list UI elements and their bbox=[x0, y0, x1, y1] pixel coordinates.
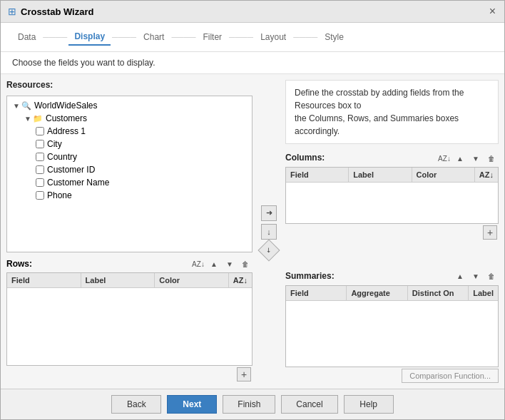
checkbox-city[interactable] bbox=[36, 140, 44, 148]
tree-field-address1[interactable]: Address 1 bbox=[7, 125, 252, 138]
step-style-label[interactable]: Style bbox=[319, 29, 350, 45]
tree-toggle-root: ▼ bbox=[13, 102, 21, 110]
checkbox-customerid[interactable] bbox=[36, 165, 44, 174]
finish-button[interactable]: Finish bbox=[223, 395, 275, 414]
columns-delete-btn[interactable]: 🗑 bbox=[484, 151, 499, 165]
summaries-delete-btn[interactable]: 🗑 bbox=[484, 270, 499, 284]
tree-customers[interactable]: ▼ 📁 Customers bbox=[7, 112, 252, 125]
divider-2: ──── bbox=[112, 32, 136, 42]
info-box: Define the crosstab by adding fields fro… bbox=[285, 80, 499, 144]
summaries-grid: Field Aggregate Distinct On Label bbox=[285, 285, 499, 368]
checkbox-customername[interactable] bbox=[36, 178, 44, 187]
resources-label: Resources: bbox=[6, 80, 252, 90]
comparison-function-button[interactable]: Comparison Function... bbox=[402, 369, 499, 383]
dialog-title: Crosstab Wizard bbox=[21, 6, 93, 17]
columns-down-btn[interactable]: ▼ bbox=[469, 151, 483, 165]
tree-root-label: WorldWideSales bbox=[34, 101, 97, 111]
divider-4: ──── bbox=[229, 32, 253, 42]
rows-section: Rows: AZ↓ ▲ ▼ 🗑 Field Label Color AZ↓ bbox=[6, 257, 252, 383]
step-layout: Layout bbox=[255, 29, 292, 45]
rows-down-btn[interactable]: ▼ bbox=[223, 257, 237, 271]
columns-col-field: Field bbox=[286, 168, 349, 182]
step-display: Display bbox=[68, 29, 111, 46]
rows-col-field: Field bbox=[7, 273, 81, 287]
summaries-icon-btns: ▲ ▼ 🗑 bbox=[453, 270, 499, 284]
title-bar: ⊞ Crosstab Wizard × bbox=[1, 1, 504, 23]
tree-field-customername[interactable]: Customer Name bbox=[7, 176, 252, 189]
help-button[interactable]: Help bbox=[344, 395, 394, 414]
columns-icon-btns: AZ↓ ▲ ▼ 🗑 bbox=[437, 151, 499, 165]
footer: Back Next Finish Cancel Help bbox=[1, 389, 504, 419]
summaries-header: Summaries: ▲ ▼ 🗑 bbox=[285, 270, 499, 284]
rows-up-btn[interactable]: ▲ bbox=[207, 257, 221, 271]
rows-add-button[interactable]: + bbox=[237, 367, 251, 381]
rows-sort-btn[interactable]: AZ↓ bbox=[191, 257, 205, 271]
folder-icon: 📁 bbox=[33, 114, 43, 123]
columns-col-color: Color bbox=[412, 168, 475, 182]
summaries-col-distincton: Distinct On bbox=[408, 286, 469, 300]
columns-grid-header: Field Label Color AZ↓ bbox=[286, 168, 498, 183]
resources-tree: ▼ 🔍 WorldWideSales ▼ 📁 Customers Address… bbox=[7, 96, 252, 252]
rows-grid: Field Label Color AZ↓ bbox=[6, 272, 252, 366]
next-button[interactable]: Next bbox=[167, 395, 217, 414]
wizard-steps: Data ──── Display ──── Chart ──── Filter… bbox=[1, 23, 504, 52]
tree-field-country[interactable]: Country bbox=[7, 150, 252, 163]
tree-field-city[interactable]: City bbox=[7, 138, 252, 150]
subtitle: Choose the fields you want to display. bbox=[1, 52, 504, 74]
columns-grid-body bbox=[286, 183, 498, 223]
close-button[interactable]: × bbox=[488, 5, 497, 18]
rows-delete-btn[interactable]: 🗑 bbox=[238, 257, 252, 271]
columns-col-label: Label bbox=[349, 168, 412, 182]
tree-root[interactable]: ▼ 🔍 WorldWideSales bbox=[7, 99, 252, 112]
field-address1-label: Address 1 bbox=[47, 126, 86, 136]
divider-1: ──── bbox=[43, 32, 67, 42]
field-country-label: Country bbox=[47, 152, 77, 162]
divider-3: ──── bbox=[171, 32, 195, 42]
transfer-down-btn[interactable]: ↓ bbox=[261, 224, 277, 240]
step-data-label[interactable]: Data bbox=[12, 29, 41, 45]
field-customerid-label: Customer ID bbox=[47, 165, 95, 175]
summaries-col-aggregate: Aggregate bbox=[347, 286, 407, 300]
checkbox-phone[interactable] bbox=[36, 191, 44, 200]
tree-customers-label: Customers bbox=[46, 113, 87, 123]
summaries-section: Summaries: ▲ ▼ 🗑 Field Aggregate Distinc… bbox=[285, 270, 499, 384]
transfer-right-btn[interactable]: ➜ bbox=[261, 205, 277, 221]
summaries-grid-header: Field Aggregate Distinct On Label bbox=[286, 286, 498, 301]
back-button[interactable]: Back bbox=[111, 395, 161, 414]
step-chart: Chart bbox=[138, 29, 170, 45]
main-content: Resources: ▼ 🔍 WorldWideSales ▼ 📁 Custom… bbox=[1, 74, 504, 389]
step-filter-label[interactable]: Filter bbox=[197, 29, 228, 45]
columns-header: Columns: AZ↓ ▲ ▼ 🗑 bbox=[285, 151, 499, 165]
step-chart-label[interactable]: Chart bbox=[138, 29, 170, 45]
rows-label: Rows: bbox=[6, 259, 32, 269]
rows-icon-btns: AZ↓ ▲ ▼ 🗑 bbox=[191, 257, 252, 271]
rows-grid-header: Field Label Color AZ↓ bbox=[7, 273, 252, 288]
checkbox-address1[interactable] bbox=[36, 127, 44, 135]
summaries-col-field: Field bbox=[286, 286, 347, 300]
tree-field-customerid[interactable]: Customer ID bbox=[7, 163, 252, 176]
columns-add-button[interactable]: + bbox=[483, 225, 497, 240]
step-display-label[interactable]: Display bbox=[68, 29, 111, 46]
columns-grid: Field Label Color AZ↓ bbox=[285, 167, 499, 224]
columns-section: Columns: AZ↓ ▲ ▼ 🗑 Field Label Color AZ↓ bbox=[285, 151, 499, 265]
field-phone-label: Phone bbox=[47, 190, 72, 200]
checkbox-country[interactable] bbox=[36, 153, 44, 161]
columns-sort-btn[interactable]: AZ↓ bbox=[437, 151, 452, 165]
cancel-button[interactable]: Cancel bbox=[281, 395, 337, 414]
rows-col-az: AZ↓ bbox=[229, 273, 252, 287]
columns-up-btn[interactable]: ▲ bbox=[453, 151, 467, 165]
summaries-down-btn[interactable]: ▼ bbox=[469, 270, 483, 284]
tree-field-phone[interactable]: Phone bbox=[7, 189, 252, 202]
step-layout-label[interactable]: Layout bbox=[255, 29, 292, 45]
field-customername-label: Customer Name bbox=[47, 178, 109, 188]
field-city-label: City bbox=[47, 139, 62, 149]
rows-col-label: Label bbox=[81, 273, 155, 287]
crosstab-wizard-dialog: ⊞ Crosstab Wizard × Data ──── Display ──… bbox=[0, 0, 505, 420]
summaries-up-btn[interactable]: ▲ bbox=[453, 270, 467, 284]
summaries-grid-body bbox=[286, 301, 498, 367]
rows-grid-body bbox=[7, 288, 252, 365]
rows-col-color: Color bbox=[155, 273, 229, 287]
transfer-down-alt-btn[interactable]: ↘ bbox=[257, 239, 280, 261]
step-filter: Filter bbox=[197, 29, 228, 45]
resources-box: ▼ 🔍 WorldWideSales ▼ 📁 Customers Address… bbox=[6, 96, 252, 252]
